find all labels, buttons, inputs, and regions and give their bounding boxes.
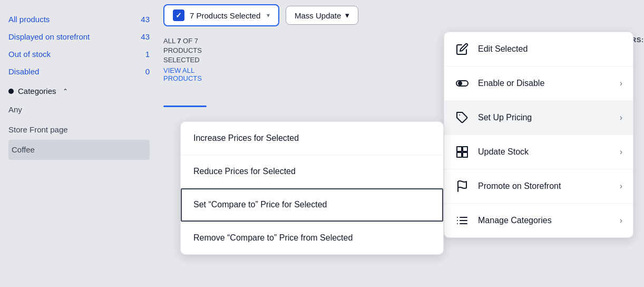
- selection-info: ALL 7 OF 7 PRODUCTS SELECTED VIEW ALL PR…: [163, 32, 207, 87]
- stock-icon: [455, 145, 470, 159]
- sidebar-item-disabled[interactable]: Disabled 0: [8, 63, 150, 80]
- svg-rect-4: [463, 147, 467, 151]
- category-any[interactable]: Any: [8, 100, 150, 120]
- svg-rect-3: [457, 147, 462, 151]
- top-bar: 7 Products Selected ▾ Mass Update ▾: [163, 4, 633, 26]
- tag-icon: [455, 110, 470, 125]
- dropdown-item-enable-disable[interactable]: Enable or Disable ›: [444, 66, 633, 101]
- chevron-right-icon: ›: [620, 147, 622, 157]
- submenu-item-set-compare-to[interactable]: Set “Compare to” Price for Selected: [181, 188, 443, 222]
- dropdown-item-promote-storefront[interactable]: Promote on Storefront ›: [444, 169, 633, 204]
- submenu-item-increase-prices[interactable]: Increase Prices for Selected: [181, 122, 443, 155]
- category-any-label: Any: [8, 105, 22, 114]
- sidebar: All products 43 Displayed on storefront …: [0, 0, 158, 287]
- chevron-right-icon: ›: [620, 113, 622, 122]
- svg-rect-5: [457, 152, 462, 157]
- reduce-prices-label: Reduce Prices for Selected: [193, 167, 296, 176]
- pricing-submenu: Increase Prices for Selected Reduce Pric…: [180, 121, 444, 255]
- manage-categories-label: Manage Categories: [478, 216, 611, 225]
- categories-header[interactable]: Categories ⌃: [8, 80, 150, 100]
- sidebar-item-out-of-stock[interactable]: Out of stock 1: [8, 45, 150, 63]
- flag-icon: [455, 179, 470, 194]
- sidebar-item-label: Disabled: [8, 67, 39, 76]
- increase-prices-label: Increase Prices for Selected: [193, 133, 299, 143]
- update-stock-label: Update Stock: [478, 147, 611, 157]
- sidebar-item-count: 43: [141, 32, 150, 41]
- categories-icon: [455, 213, 470, 228]
- mass-update-dropdown: Edit Selected Enable or Disable › Set Up…: [444, 32, 633, 238]
- pencil-icon: [455, 42, 470, 56]
- sidebar-item-label: All products: [8, 15, 50, 24]
- enable-disable-label: Enable or Disable: [478, 79, 611, 88]
- dropdown-item-set-up-pricing[interactable]: Set Up Pricing ›: [444, 101, 633, 135]
- sidebar-item-count: 43: [141, 15, 150, 24]
- mass-update-label: Mass Update: [295, 11, 341, 20]
- sidebar-item-count: 1: [145, 50, 150, 59]
- set-compare-to-label: Set “Compare to” Price for Selected: [193, 200, 327, 209]
- categories-label: Categories: [18, 87, 56, 95]
- dropdown-item-update-stock[interactable]: Update Stock ›: [444, 135, 633, 169]
- products-selected-button[interactable]: 7 Products Selected ▾: [163, 4, 279, 26]
- remove-compare-to-label: Remove “Compare to” Price from Selected: [193, 233, 353, 243]
- chevron-right-icon: ›: [620, 181, 622, 191]
- toggle-icon: [455, 76, 470, 91]
- mass-update-button[interactable]: Mass Update ▾: [286, 6, 358, 25]
- svg-point-1: [458, 82, 462, 85]
- dropdown-item-manage-categories[interactable]: Manage Categories ›: [444, 204, 633, 237]
- chevron-down-icon: ▾: [267, 12, 270, 19]
- sidebar-item-count: 0: [145, 67, 150, 76]
- promote-storefront-label: Promote on Storefront: [478, 181, 611, 191]
- view-all-products-link[interactable]: VIEW ALL PRODUCTS: [163, 66, 207, 82]
- submenu-item-remove-compare-to[interactable]: Remove “Compare to” Price from Selected: [181, 222, 443, 254]
- all-number: 7: [177, 37, 181, 45]
- chevron-right-icon: ›: [620, 216, 622, 225]
- category-store-front-label: Store Front page: [8, 125, 68, 134]
- submenu-item-reduce-prices[interactable]: Reduce Prices for Selected: [181, 155, 443, 188]
- sidebar-item-all-products[interactable]: All products 43: [8, 11, 150, 28]
- chevron-up-icon: ⌃: [63, 88, 68, 95]
- edit-selected-label: Edit Selected: [478, 44, 622, 54]
- blue-accent-line: [163, 106, 207, 107]
- category-dot-icon: [8, 89, 14, 94]
- category-coffee-label: Coffee: [12, 145, 35, 154]
- chevron-right-icon: ›: [620, 79, 622, 88]
- products-selected-label: 7 Products Selected: [190, 11, 260, 20]
- set-up-pricing-label: Set Up Pricing: [478, 113, 611, 122]
- checkbox-icon: [173, 9, 184, 21]
- category-store-front[interactable]: Store Front page: [8, 120, 150, 140]
- svg-rect-6: [463, 152, 467, 157]
- mass-update-chevron-icon: ▾: [345, 11, 349, 20]
- category-coffee[interactable]: Coffee: [8, 140, 150, 160]
- dropdown-item-edit-selected[interactable]: Edit Selected: [444, 32, 633, 66]
- all-selected-text: ALL 7 OF 7 PRODUCTS SELECTED: [163, 37, 202, 64]
- sidebar-item-label: Displayed on storefront: [8, 32, 90, 41]
- sidebar-item-label: Out of stock: [8, 50, 51, 59]
- sidebar-item-displayed[interactable]: Displayed on storefront 43: [8, 28, 150, 45]
- all-prefix: ALL: [163, 37, 177, 45]
